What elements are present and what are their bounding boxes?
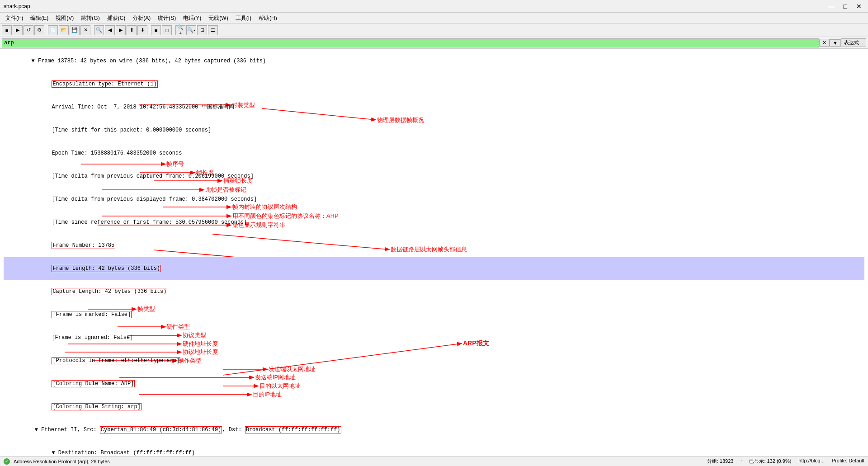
toolbar-btn-3[interactable]: ↺ (24, 25, 33, 35)
display-info: 已显示: 132 (0.9%) (749, 458, 791, 465)
title-bar: shark.pcap — □ ✕ (0, 0, 868, 13)
toolbar-btn-4[interactable]: ⚙ (34, 25, 44, 35)
frame-line-ignored[interactable]: [Frame is ignored: False] (4, 326, 864, 349)
maximize-button[interactable]: □ (841, 3, 850, 10)
frame-line-encap[interactable]: Encapsulation type: Ethernet (1) (4, 73, 864, 96)
menu-item-h[interactable]: 帮助(H) (255, 14, 281, 22)
profile-info: Profile: Default (832, 458, 864, 465)
frame-line-epoch[interactable]: Epoch Time: 1538880176.483352000 seconds (4, 142, 864, 165)
toolbar-btn-13[interactable]: ⬇ (137, 25, 147, 35)
status-right: 分组: 13923 · 已显示: 132 (0.9%) http://blog.… (707, 458, 864, 465)
separator-1: · (741, 458, 742, 465)
packet-wrapper: 封装类型 物理层数据帧概况 帧序号 帧长度 捕获帧长度 此帧是否被标记 帧内封装… (0, 50, 868, 456)
group-info: 分组: 13923 (707, 458, 734, 465)
toolbar-btn-7[interactable]: 💾 (70, 25, 80, 35)
frame-line-cap-length[interactable]: Capture Length: 42 bytes (336 bits) (4, 280, 864, 303)
menu-item-w[interactable]: 无线(W) (205, 14, 231, 22)
status-bar: ✓ Address Resolution Protocol (arp), 28 … (0, 456, 868, 466)
toolbar-btn-10[interactable]: ◀ (105, 25, 115, 35)
coloring-string-boxed: [Coloring Rule String: arp] (52, 403, 141, 410)
menu-item-i[interactable]: 工具(I) (232, 14, 255, 22)
eth-src-boxed: Cybertan_81:86:49 (c8:3d:d4:81:86:49) (100, 426, 222, 433)
menu-item-s[interactable]: 统计(S) (154, 14, 179, 22)
status-icon: ✓ (4, 458, 10, 465)
toolbar-btn-1[interactable]: ■ (2, 25, 12, 35)
main-content: 封装类型 物理层数据帧概况 帧序号 帧长度 捕获帧长度 此帧是否被标记 帧内封装… (0, 49, 868, 456)
frame-length-boxed: Frame Length: 42 bytes (336 bits) (52, 265, 161, 272)
frame-line-timeshift[interactable]: [Time shift for this packet: 0.000000000… (4, 119, 864, 142)
capture-length-boxed: Capture Length: 42 bytes (336 bits) (52, 288, 167, 295)
toolbar-layout[interactable]: ☰ (208, 25, 218, 35)
frame-number-boxed: Frame Number: 13785 (52, 242, 115, 249)
arrow-button[interactable]: ▼ (830, 39, 841, 47)
filter-input[interactable] (2, 38, 819, 47)
frame-line-color-name[interactable]: [Coloring Rule Name: ARP] (4, 372, 864, 395)
clear-filter-button[interactable]: ✕ (819, 39, 830, 47)
frame-header[interactable]: ▼ Frame 13785: 42 bytes on wire (336 bit… (4, 50, 864, 73)
toolbar-btn-6[interactable]: 📂 (59, 25, 69, 35)
eth-dst-boxed: Broadcast (ff:ff:ff:ff:ff:ff) (245, 426, 341, 433)
toolbar-btn-11[interactable]: ▶ (116, 25, 126, 35)
eth-dst-header[interactable]: ▼ Destination: Broadcast (ff:ff:ff:ff:ff… (4, 442, 864, 456)
close-button[interactable]: ✕ (854, 3, 864, 10)
menu-item-g[interactable]: 跳转(G) (77, 14, 103, 22)
frame-line-length[interactable]: Frame Length: 42 bytes (336 bits) (4, 257, 864, 280)
frame-line-delta2[interactable]: [Time delta from previous displayed fram… (4, 188, 864, 211)
menu-item-v[interactable]: 视图(V) (52, 14, 77, 22)
toolbar-btn-12[interactable]: ⬆ (127, 25, 137, 35)
toolbar-zoom-in[interactable]: 🔍+ (175, 25, 185, 35)
frame-protocols-boxed: [Protocols in frame: eth:ethertype:arp] (52, 357, 180, 364)
frame-line-number[interactable]: Frame Number: 13785 (4, 234, 864, 257)
toolbar-btn-5[interactable]: 📄 (48, 25, 58, 35)
toolbar-btn-2[interactable]: ▶ (13, 25, 23, 35)
packet-detail: ▼ Frame 13785: 42 bytes on wire (336 bit… (0, 50, 868, 456)
frame-line-arrival[interactable]: Arrival Time: Oct 7, 2018 10:42:56.48335… (4, 96, 864, 119)
toolbar-btn-8[interactable]: ✕ (80, 25, 90, 35)
toolbar-btn-9[interactable]: 🔍 (94, 25, 104, 35)
menu-item-e[interactable]: 编辑(E) (27, 14, 52, 22)
frame-line-protocols[interactable]: [Protocols in frame: eth:ethertype:arp] (4, 349, 864, 372)
ethernet-header[interactable]: ▼ Ethernet II, Src: Cybertan_81:86:49 (c… (4, 419, 864, 442)
status-url: http://blog... (798, 458, 824, 465)
toolbar-zoom-out[interactable]: 🔍- (186, 25, 196, 35)
menu-bar: 文件(F)编辑(E)视图(V)跳转(G)捕获(C)分析(A)统计(S)电话(Y)… (0, 13, 868, 24)
title-text: shark.pcap (4, 3, 30, 9)
expression-button[interactable]: 表达式... (841, 38, 866, 47)
status-text: Address Resolution Protocol (arp), 28 by… (14, 459, 703, 464)
menu-item-c[interactable]: 捕获(C) (104, 14, 129, 22)
menu-item-f[interactable]: 文件(F) (2, 14, 27, 22)
toolbar-btn-14[interactable]: ■ (151, 25, 161, 35)
frame-line-delta1[interactable]: [Time delta from previous captured frame… (4, 165, 864, 188)
window-controls: — □ ✕ (826, 3, 864, 10)
frame-line-color-string[interactable]: [Coloring Rule String: arp] (4, 395, 864, 419)
toolbar-zoom-reset[interactable]: ⊡ (197, 25, 207, 35)
frame-line-since[interactable]: [Time since reference or first frame: 53… (4, 211, 864, 234)
menu-item-a[interactable]: 分析(A) (129, 14, 154, 22)
coloring-name-boxed: [Coloring Rule Name: ARP] (52, 380, 135, 387)
toolbar-btn-15[interactable]: □ (162, 25, 172, 35)
toolbar: ■ ▶ ↺ ⚙ 📄 📂 💾 ✕ 🔍 ◀ ▶ ⬆ ⬇ ■ □ 🔍+ 🔍- ⊡ ☰ (0, 24, 868, 37)
minimize-button[interactable]: — (826, 3, 837, 10)
menu-item-y[interactable]: 电话(Y) (179, 14, 205, 22)
frame-line-marked[interactable]: [Frame is marked: False] (4, 303, 864, 326)
encapsulation-boxed: Encapsulation type: Ethernet (1) (52, 80, 157, 88)
filter-bar: ✕ ▼ 表达式... (0, 37, 868, 49)
frame-marked-boxed: [Frame is marked: False] (52, 311, 132, 318)
